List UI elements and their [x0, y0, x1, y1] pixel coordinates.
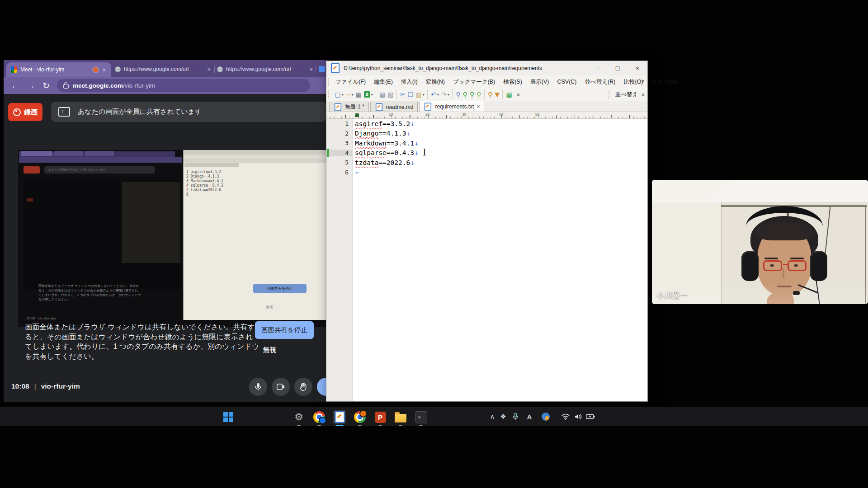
camera-button[interactable]	[272, 378, 290, 396]
print-preview-icon[interactable]: ▧ ▾	[387, 89, 395, 99]
menu-item[interactable]: 変換(N)	[422, 75, 449, 88]
menu-item[interactable]: 検索(S)	[499, 75, 526, 88]
browser-tab-4-partial[interactable]	[319, 63, 326, 75]
menu-overflow-icon[interactable]: »	[642, 78, 645, 84]
menu-item[interactable]: ブックマーク(B)	[449, 75, 499, 88]
replace-icon[interactable]: ⚲ ▾	[476, 89, 482, 99]
terminal-icon: >_	[415, 411, 427, 423]
taskbar-chrome-profile[interactable]	[353, 410, 367, 424]
chrome-window: Meet - vio-rfur-yim × https://www.google…	[4, 60, 326, 402]
window-title: D:\temp\python_seminar\flask_to_django-m…	[344, 65, 542, 71]
find-previous-icon[interactable]: ⚲ ▾	[468, 89, 475, 99]
code-line[interactable]: 6 ←	[326, 168, 647, 178]
browser-tab-meet[interactable]: Meet - vio-rfur-yim ×	[6, 62, 111, 77]
emeditor-doc-tabs: 無題-1 * readme.md requirements.txt ×	[326, 101, 647, 112]
dropdown-arrow-icon[interactable]: ▾	[448, 93, 449, 97]
menu-item[interactable]: 編集(E)	[370, 75, 397, 88]
mini-banner: あなたの画面が全員に共有されています	[44, 166, 155, 174]
url-input[interactable]: meet.google.com/vio-rfur-yim	[57, 79, 310, 92]
open-folder-icon[interactable]: ▱ ▾	[344, 89, 354, 99]
doc-tab-untitled[interactable]: 無題-1 *	[329, 102, 369, 112]
dropdown-arrow-icon[interactable]: ▾	[423, 93, 425, 97]
tray-wifi[interactable]	[560, 410, 571, 423]
meet-bottom-bar: 10:08 | vio-rfur-yim	[4, 377, 326, 397]
menu-item[interactable]: 挿入(I)	[397, 75, 422, 88]
taskbar-chrome-sharing[interactable]	[312, 410, 326, 424]
chrome-icon	[354, 411, 366, 423]
more-controls-button[interactable]	[317, 378, 326, 396]
sort-overflow-icon[interactable]: »	[642, 91, 645, 98]
taskbar-emeditor[interactable]	[333, 410, 346, 424]
dropdown-arrow-icon[interactable]: ▾	[437, 93, 439, 97]
dropdown-arrow-icon[interactable]: ▾	[342, 93, 344, 97]
doc-tab-requirements[interactable]: requirements.txt ×	[419, 101, 484, 112]
taskbar-explorer[interactable]	[394, 410, 407, 424]
tray-app-circle[interactable]	[540, 410, 552, 423]
close-button[interactable]: ×	[627, 61, 647, 75]
ignore-button[interactable]: 無視	[263, 346, 276, 354]
back-icon[interactable]: ←	[11, 81, 19, 90]
emeditor-window: D:\temp\python_seminar\flask_to_django-m…	[326, 61, 647, 401]
code-line[interactable]: 2 Django==4.1.3↓	[326, 129, 647, 139]
taskbar-settings[interactable]: ⚙	[292, 410, 306, 424]
code-line[interactable]: 4 sqlparse==0.4.3↓	[326, 148, 647, 158]
tab-close-icon[interactable]: ×	[101, 66, 107, 73]
undo-icon[interactable]: ↶ ▾	[427, 89, 440, 99]
sort-toolbar-label[interactable]: 並べ替え	[615, 91, 638, 99]
forward-icon[interactable]: →	[27, 81, 35, 90]
maximize-button[interactable]: □	[608, 61, 627, 75]
reload-icon[interactable]: ↻	[42, 81, 50, 90]
tray-ime[interactable]: A	[524, 410, 535, 423]
stop-share-button[interactable]: 画面共有を停止	[255, 321, 314, 339]
document-icon	[425, 103, 431, 111]
copy-icon[interactable]: ❐ ▾	[407, 89, 415, 99]
find-in-files-icon[interactable]: ⚲ ▾	[484, 89, 494, 99]
browser-tab-2[interactable]: https://www.google.com/url ×	[115, 63, 212, 75]
html-bar-icon[interactable]: ▤ ▾	[502, 89, 513, 99]
code-line[interactable]: 1 asgiref==3.5.2↓	[326, 119, 647, 129]
tray-chevron[interactable]: ∧	[486, 410, 498, 423]
start-button[interactable]	[222, 410, 235, 424]
tab-close-icon[interactable]: ×	[206, 66, 212, 73]
dropdown-arrow-icon[interactable]: ▾	[371, 93, 373, 97]
tray-microphone[interactable]	[509, 410, 521, 423]
menu-item[interactable]: 表示(V)	[526, 75, 553, 88]
minimize-button[interactable]: –	[588, 61, 608, 75]
record-button[interactable]: 録画	[8, 103, 42, 121]
cut-icon[interactable]: ✂ ▾	[396, 89, 406, 99]
tray-battery[interactable]	[585, 410, 596, 423]
taskbar: 検索 ⚙ P >_ ∧ ❖	[0, 407, 868, 426]
dropdown-arrow-icon[interactable]: ▾	[352, 93, 354, 97]
new-file-icon[interactable]: ▢ ▾	[334, 89, 344, 99]
menu-item[interactable]: CSV(C)	[553, 75, 580, 88]
editor-text-area[interactable]: 1 asgiref==3.5.2↓ 2 Django==4.1.3↓ 3 Mar…	[326, 119, 647, 177]
lock-icon	[63, 84, 69, 89]
tray-volume[interactable]	[572, 410, 584, 423]
taskbar-powerpoint[interactable]: P	[373, 410, 387, 424]
code-line[interactable]: 3 Markdown==3.4.1↓	[326, 138, 647, 148]
browser-tab-3[interactable]: https://www.google.com/url ×	[217, 63, 314, 75]
raise-hand-button[interactable]	[294, 378, 312, 396]
save-all-icon[interactable]: z ▾	[363, 89, 374, 99]
menu-item[interactable]: 並べ替え(R)	[581, 75, 620, 88]
banner-text: あなたの画面が全員に共有されています	[78, 108, 202, 116]
doc-tab-readme[interactable]: readme.md	[370, 102, 418, 112]
code-line[interactable]: 5 tzdata==2022.6↓	[326, 158, 647, 168]
taskbar-terminal[interactable]: >_	[414, 410, 428, 424]
participant-name: 小川慶一	[657, 290, 688, 300]
tab-close-icon[interactable]: ×	[476, 103, 480, 110]
toolbar-overflow-icon[interactable]: »	[517, 91, 520, 98]
tray-dropbox[interactable]: ❖	[497, 410, 509, 423]
mic-button[interactable]	[249, 378, 267, 396]
menu-item[interactable]: マクロ(M)	[647, 75, 681, 88]
find-next-icon[interactable]: ⚲ ▾	[462, 89, 468, 99]
record-icon	[13, 108, 21, 116]
filter-icon[interactable]: ▼ ▾	[494, 89, 501, 99]
menu-item[interactable]: ファイル(F)	[331, 75, 370, 88]
save-icon[interactable]: ▦ ▾	[354, 89, 363, 99]
print-icon[interactable]: ▤ ▾	[376, 89, 387, 99]
redo-icon[interactable]: ↷ ▾	[440, 89, 451, 99]
find-icon[interactable]: ⚲ ▾	[452, 89, 462, 99]
paste-icon[interactable]: ▥ ▾	[415, 89, 425, 99]
tab-close-icon[interactable]: ×	[308, 66, 314, 73]
